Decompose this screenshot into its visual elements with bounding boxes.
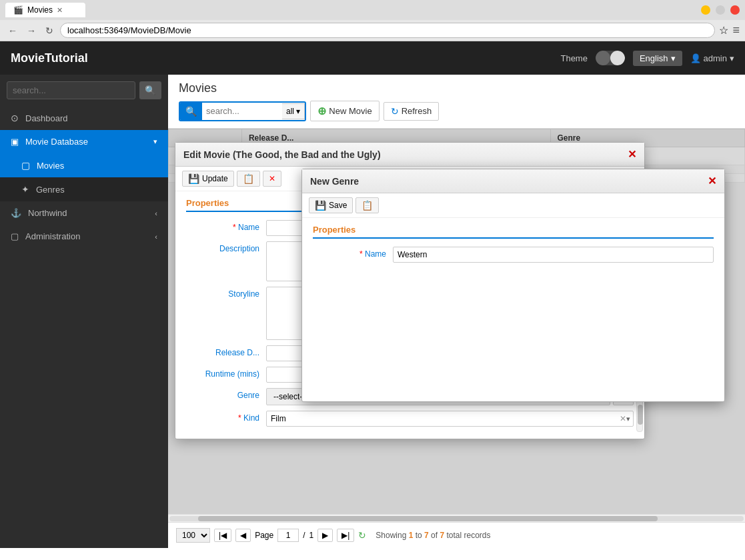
admin-label: admin	[704, 53, 727, 63]
search-filter-dropdown[interactable]: all ▾	[282, 103, 305, 119]
update-icon: 💾	[188, 173, 199, 184]
sidebar-item-movie-database-label: Movie Database	[25, 137, 88, 147]
refresh-btn[interactable]: ↻ Refresh	[384, 102, 440, 121]
delete-btn[interactable]: ✕	[263, 171, 281, 187]
refresh-icon: ↻	[391, 106, 399, 117]
save-close-icon2: 📋	[361, 200, 373, 211]
modal-scrollbar-thumb	[638, 405, 643, 425]
new-genre-modal-title: New Genre	[310, 176, 359, 187]
sidebar-item-administration[interactable]: ▢ Administration ‹	[0, 225, 168, 248]
close-btn[interactable]	[730, 5, 740, 15]
theme-toggle[interactable]	[596, 51, 625, 65]
description-label: Description	[186, 241, 266, 253]
forward-btn[interactable]: →	[24, 24, 39, 37]
kind-dropdown-btn[interactable]: ▾	[626, 415, 630, 423]
page-title: Movies	[179, 81, 734, 95]
dashboard-icon: ⊙	[11, 113, 19, 123]
sidebar-item-movies[interactable]: ▢ Movies	[0, 153, 168, 177]
language-label: English	[640, 53, 668, 63]
toolbar: 🔍 all ▾ ⊕ New Movie ↻ Refresh	[179, 101, 734, 121]
address-input[interactable]	[60, 23, 715, 38]
new-movie-btn[interactable]: ⊕ New Movie	[310, 101, 379, 121]
h-scroll-thumb	[198, 516, 658, 521]
storyline-label: Storyline	[186, 287, 266, 299]
genre-name-input[interactable]: Western	[393, 247, 714, 263]
app-title: MovieTutorial	[11, 51, 560, 65]
horizontal-scrollbar[interactable]	[168, 514, 745, 522]
sidebar-search-container: 🔍	[0, 75, 168, 106]
admin-chevron-icon: ▾	[730, 53, 734, 63]
update-btn[interactable]: 💾 Update	[182, 171, 234, 187]
northwind-chevron-icon: ‹	[155, 209, 157, 217]
name-label: Name	[186, 220, 266, 232]
next-page-btn[interactable]: ▶	[317, 529, 333, 542]
northwind-icon: ⚓	[11, 208, 21, 218]
browser-tab[interactable]: 🎬 Movies ✕	[5, 3, 85, 17]
page-info: Showing 1 to 7 of 7 total records	[376, 531, 490, 540]
table-area: Release D... Genre 15/10/1999 Action	[168, 129, 745, 514]
update-label: Update	[202, 174, 228, 183]
pagination: 1002550 |◀ ◀ Page 1 / 1 ▶ ▶| ↻ Showing 1…	[168, 522, 745, 548]
save-close-icon: 📋	[243, 173, 254, 184]
movie-database-icon: ▣	[11, 137, 19, 147]
release-date-label: Release D...	[186, 345, 266, 357]
refresh-label: Refresh	[402, 106, 432, 116]
movies-icon: ▢	[21, 160, 30, 171]
sidebar-item-northwind-label: Northwind	[28, 208, 67, 218]
content-area: Movies 🔍 all ▾ ⊕ New Movie ↻ Refresh	[168, 75, 745, 548]
total-pages: 1	[309, 531, 314, 540]
minimize-btn[interactable]	[701, 5, 710, 15]
refresh-grid-btn[interactable]: ↻	[358, 530, 366, 541]
new-genre-save-close-btn[interactable]: 📋	[355, 197, 379, 213]
browser-titlebar: 🎬 Movies ✕	[0, 0, 745, 20]
new-genre-section-title: Properties	[313, 225, 714, 239]
new-genre-modal-content: Properties Name Western	[302, 218, 724, 401]
prev-page-btn[interactable]: ◀	[235, 529, 251, 542]
kind-label: Kind	[186, 411, 266, 423]
content-header: Movies 🔍 all ▾ ⊕ New Movie ↻ Refresh	[168, 75, 745, 129]
page-label: Page	[255, 531, 273, 540]
sidebar-search-input[interactable]	[7, 81, 135, 99]
last-page-btn[interactable]: ▶|	[337, 529, 354, 542]
browser-menu-btn[interactable]: ≡	[732, 23, 740, 37]
sidebar-item-movie-database[interactable]: ▣ Movie Database ▾	[0, 130, 168, 153]
kind-clear-btn[interactable]: ✕	[620, 414, 626, 423]
sidebar-item-dashboard[interactable]: ⊙ Dashboard	[0, 106, 168, 130]
reload-btn[interactable]: ↻	[43, 24, 56, 37]
administration-icon: ▢	[11, 231, 19, 241]
tab-title: Movies	[27, 5, 53, 15]
search-btn[interactable]: 🔍	[180, 103, 202, 120]
form-row-kind: Kind Film ✕ ▾	[186, 411, 634, 427]
main-body: 🔍 ⊙ Dashboard ▣ Movie Database ▾ ▢ Movie…	[0, 75, 745, 548]
new-genre-modal-close-btn[interactable]: ✕	[708, 175, 716, 187]
page-input[interactable]: 1	[277, 529, 299, 542]
search-input[interactable]	[202, 103, 282, 119]
top-nav: MovieTutorial Theme English ▾ 👤 admin ▾	[0, 41, 745, 75]
edit-movie-modal-close-btn[interactable]: ✕	[628, 148, 636, 161]
tab-close-btn[interactable]: ✕	[57, 6, 63, 15]
genre-name-label: Name	[313, 247, 393, 259]
new-genre-save-btn[interactable]: 💾 Save	[309, 197, 353, 213]
first-page-btn[interactable]: |◀	[214, 529, 231, 542]
range-end: 7	[424, 531, 429, 540]
sidebar-item-genres-label: Genres	[36, 185, 65, 195]
page-size-select[interactable]: 1002550	[176, 528, 210, 543]
total-records: 7	[440, 531, 444, 540]
sidebar-search-btn[interactable]: 🔍	[139, 81, 161, 99]
h-scroll-track	[169, 516, 744, 521]
search-box: 🔍 all ▾	[179, 101, 306, 121]
save-icon: 💾	[315, 200, 326, 211]
kind-container: Film ✕ ▾	[266, 411, 634, 427]
browser-chrome: 🎬 Movies ✕ ← → ↻ ☆ ≡	[0, 0, 745, 41]
maximize-btn[interactable]	[716, 5, 725, 15]
sidebar-item-genres[interactable]: ✦ Genres	[0, 177, 168, 201]
theme-label: Theme	[560, 53, 587, 63]
genres-icon: ✦	[21, 184, 29, 195]
language-btn[interactable]: English ▾	[633, 51, 682, 66]
genre-label: Genre	[186, 388, 266, 400]
admin-menu-btn[interactable]: 👤 admin ▾	[690, 53, 734, 63]
back-btn[interactable]: ←	[5, 24, 20, 37]
sidebar-item-administration-label: Administration	[25, 231, 80, 241]
sidebar-item-northwind[interactable]: ⚓ Northwind ‹	[0, 201, 168, 225]
save-close-btn[interactable]: 📋	[237, 171, 260, 187]
